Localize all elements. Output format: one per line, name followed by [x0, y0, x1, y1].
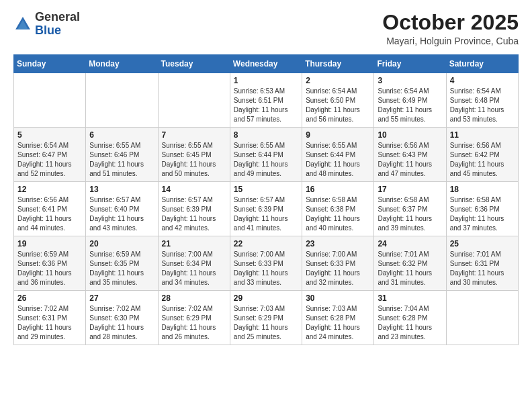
- logo: General Blue: [13, 11, 80, 38]
- day-info: Sunrise: 6:55 AM Sunset: 6:45 PM Dayligh…: [162, 141, 226, 179]
- table-row: 22Sunrise: 7:00 AM Sunset: 6:33 PM Dayli…: [230, 236, 302, 291]
- day-info: Sunrise: 7:02 AM Sunset: 6:30 PM Dayligh…: [89, 304, 154, 342]
- day-info: Sunrise: 6:54 AM Sunset: 6:48 PM Dayligh…: [450, 87, 515, 124]
- header-friday: Friday: [374, 55, 446, 73]
- day-number: 18: [450, 185, 515, 194]
- day-number: 11: [450, 130, 515, 140]
- day-number: 22: [234, 239, 298, 248]
- day-info: Sunrise: 6:54 AM Sunset: 6:49 PM Dayligh…: [378, 87, 442, 124]
- day-number: 15: [234, 185, 298, 194]
- calendar-week-row: 26Sunrise: 7:02 AM Sunset: 6:31 PM Dayli…: [14, 291, 519, 345]
- day-info: Sunrise: 6:55 AM Sunset: 6:46 PM Dayligh…: [89, 141, 154, 179]
- day-number: 25: [450, 239, 515, 248]
- table-row: 4Sunrise: 6:54 AM Sunset: 6:48 PM Daylig…: [446, 73, 518, 128]
- table-row: 9Sunrise: 6:55 AM Sunset: 6:44 PM Daylig…: [302, 128, 374, 182]
- day-info: Sunrise: 7:02 AM Sunset: 6:31 PM Dayligh…: [17, 304, 82, 342]
- table-row: 12Sunrise: 6:56 AM Sunset: 6:41 PM Dayli…: [14, 182, 86, 236]
- logo-text: General Blue: [35, 11, 80, 38]
- header-monday: Monday: [86, 55, 158, 73]
- day-info: Sunrise: 7:03 AM Sunset: 6:28 PM Dayligh…: [306, 304, 370, 342]
- table-row: 3Sunrise: 6:54 AM Sunset: 6:49 PM Daylig…: [374, 73, 446, 128]
- header-sunday: Sunday: [14, 55, 86, 73]
- table-row: 11Sunrise: 6:56 AM Sunset: 6:42 PM Dayli…: [446, 128, 518, 182]
- day-number: 29: [234, 293, 298, 303]
- day-number: 9: [306, 130, 370, 140]
- day-number: 26: [17, 293, 82, 303]
- table-row: [86, 73, 158, 128]
- table-row: 28Sunrise: 7:02 AM Sunset: 6:29 PM Dayli…: [158, 291, 230, 345]
- table-row: 24Sunrise: 7:01 AM Sunset: 6:32 PM Dayli…: [374, 236, 446, 291]
- day-info: Sunrise: 6:59 AM Sunset: 6:35 PM Dayligh…: [89, 250, 154, 287]
- day-number: 6: [89, 130, 154, 140]
- table-row: 21Sunrise: 7:00 AM Sunset: 6:34 PM Dayli…: [158, 236, 230, 291]
- day-number: 7: [162, 130, 226, 140]
- day-number: 3: [378, 76, 442, 85]
- day-number: 12: [17, 185, 82, 194]
- calendar-week-row: 12Sunrise: 6:56 AM Sunset: 6:41 PM Dayli…: [14, 182, 519, 236]
- table-row: 25Sunrise: 7:01 AM Sunset: 6:31 PM Dayli…: [446, 236, 518, 291]
- day-number: 8: [234, 130, 298, 140]
- day-number: 27: [89, 293, 154, 303]
- day-info: Sunrise: 6:55 AM Sunset: 6:44 PM Dayligh…: [234, 141, 298, 179]
- day-number: 30: [306, 293, 370, 303]
- day-info: Sunrise: 7:03 AM Sunset: 6:29 PM Dayligh…: [234, 304, 298, 342]
- calendar-header-row: Sunday Monday Tuesday Wednesday Thursday…: [14, 55, 519, 73]
- table-row: [446, 291, 518, 345]
- table-row: 5Sunrise: 6:54 AM Sunset: 6:47 PM Daylig…: [14, 128, 86, 182]
- calendar-table: Sunday Monday Tuesday Wednesday Thursday…: [13, 54, 519, 345]
- day-info: Sunrise: 6:59 AM Sunset: 6:36 PM Dayligh…: [17, 250, 82, 287]
- table-row: 10Sunrise: 6:56 AM Sunset: 6:43 PM Dayli…: [374, 128, 446, 182]
- day-number: 4: [450, 76, 515, 85]
- day-number: 20: [89, 239, 154, 248]
- table-row: 14Sunrise: 6:57 AM Sunset: 6:39 PM Dayli…: [158, 182, 230, 236]
- header-wednesday: Wednesday: [230, 55, 302, 73]
- calendar-week-row: 5Sunrise: 6:54 AM Sunset: 6:47 PM Daylig…: [14, 128, 519, 182]
- calendar-week-row: 1Sunrise: 6:53 AM Sunset: 6:51 PM Daylig…: [14, 73, 519, 128]
- day-number: 10: [378, 130, 442, 140]
- day-number: 14: [162, 185, 226, 194]
- day-info: Sunrise: 7:04 AM Sunset: 6:28 PM Dayligh…: [378, 304, 442, 342]
- header-thursday: Thursday: [302, 55, 374, 73]
- logo-blue: Blue: [35, 24, 61, 37]
- day-number: 19: [17, 239, 82, 248]
- table-row: 18Sunrise: 6:58 AM Sunset: 6:36 PM Dayli…: [446, 182, 518, 236]
- day-number: 17: [378, 185, 442, 194]
- table-row: 6Sunrise: 6:55 AM Sunset: 6:46 PM Daylig…: [86, 128, 158, 182]
- header: General Blue October 2025 Mayari, Holgui…: [13, 11, 519, 46]
- day-number: 2: [306, 76, 370, 85]
- header-tuesday: Tuesday: [158, 55, 230, 73]
- table-row: 23Sunrise: 7:00 AM Sunset: 6:33 PM Dayli…: [302, 236, 374, 291]
- table-row: 27Sunrise: 7:02 AM Sunset: 6:30 PM Dayli…: [86, 291, 158, 345]
- day-info: Sunrise: 7:02 AM Sunset: 6:29 PM Dayligh…: [162, 304, 226, 342]
- day-info: Sunrise: 6:57 AM Sunset: 6:40 PM Dayligh…: [89, 195, 154, 233]
- table-row: 29Sunrise: 7:03 AM Sunset: 6:29 PM Dayli…: [230, 291, 302, 345]
- day-info: Sunrise: 7:00 AM Sunset: 6:34 PM Dayligh…: [162, 250, 226, 287]
- table-row: 20Sunrise: 6:59 AM Sunset: 6:35 PM Dayli…: [86, 236, 158, 291]
- day-info: Sunrise: 7:01 AM Sunset: 6:32 PM Dayligh…: [378, 250, 442, 287]
- day-info: Sunrise: 6:53 AM Sunset: 6:51 PM Dayligh…: [234, 87, 298, 124]
- day-info: Sunrise: 6:58 AM Sunset: 6:38 PM Dayligh…: [306, 195, 370, 233]
- day-info: Sunrise: 6:56 AM Sunset: 6:42 PM Dayligh…: [450, 141, 515, 179]
- table-row: 31Sunrise: 7:04 AM Sunset: 6:28 PM Dayli…: [374, 291, 446, 345]
- day-number: 21: [162, 239, 226, 248]
- month-title: October 2025: [382, 11, 519, 34]
- table-row: 17Sunrise: 6:58 AM Sunset: 6:37 PM Dayli…: [374, 182, 446, 236]
- location-subtitle: Mayari, Holguin Province, Cuba: [382, 36, 519, 46]
- calendar-week-row: 19Sunrise: 6:59 AM Sunset: 6:36 PM Dayli…: [14, 236, 519, 291]
- day-info: Sunrise: 7:01 AM Sunset: 6:31 PM Dayligh…: [450, 250, 515, 287]
- title-block: October 2025 Mayari, Holguin Province, C…: [382, 11, 519, 46]
- logo-general: General: [35, 10, 80, 24]
- day-number: 5: [17, 130, 82, 140]
- day-info: Sunrise: 7:00 AM Sunset: 6:33 PM Dayligh…: [306, 250, 370, 287]
- table-row: 16Sunrise: 6:58 AM Sunset: 6:38 PM Dayli…: [302, 182, 374, 236]
- table-row: 7Sunrise: 6:55 AM Sunset: 6:45 PM Daylig…: [158, 128, 230, 182]
- day-info: Sunrise: 6:54 AM Sunset: 6:47 PM Dayligh…: [17, 141, 82, 179]
- day-info: Sunrise: 6:57 AM Sunset: 6:39 PM Dayligh…: [162, 195, 226, 233]
- day-info: Sunrise: 7:00 AM Sunset: 6:33 PM Dayligh…: [234, 250, 298, 287]
- table-row: 8Sunrise: 6:55 AM Sunset: 6:44 PM Daylig…: [230, 128, 302, 182]
- table-row: [158, 73, 230, 128]
- table-row: 15Sunrise: 6:57 AM Sunset: 6:39 PM Dayli…: [230, 182, 302, 236]
- day-number: 24: [378, 239, 442, 248]
- table-row: 26Sunrise: 7:02 AM Sunset: 6:31 PM Dayli…: [14, 291, 86, 345]
- day-number: 1: [234, 76, 298, 85]
